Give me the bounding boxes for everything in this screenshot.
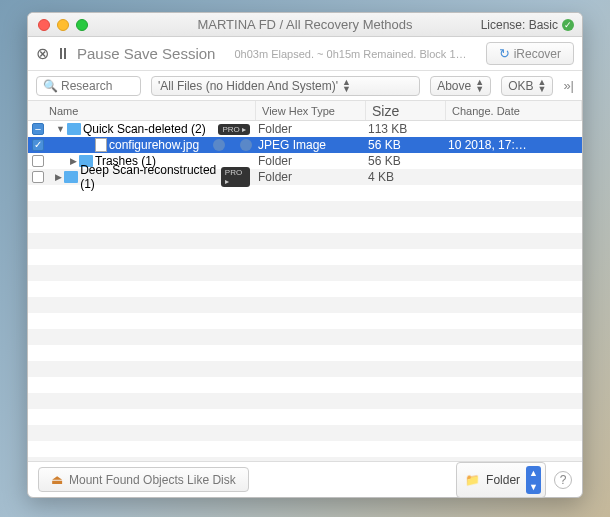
size-filter-combo[interactable]: OKB ▲▼: [501, 76, 553, 96]
license-label: License: Basic: [481, 18, 558, 32]
pro-badge: PRO ▸: [218, 124, 250, 135]
disclosure-icon[interactable]: ▶: [55, 172, 62, 182]
folder-label: Folder: [486, 473, 520, 487]
window-controls: [28, 19, 88, 31]
table-row: [28, 297, 582, 313]
recover-button[interactable]: ↻ iRecover: [486, 42, 574, 65]
table-row: [28, 329, 582, 345]
chevron-updown-icon: ▲▼: [475, 79, 484, 93]
table-row: [28, 281, 582, 297]
check-icon: ✓: [562, 19, 574, 31]
table-row: [28, 345, 582, 361]
close-icon[interactable]: [38, 19, 50, 31]
table-row: [28, 393, 582, 409]
table-row: [28, 409, 582, 425]
app-window: MARTINA FD / All Recovery Methods Licens…: [27, 12, 583, 498]
file-type: JPEG Image: [256, 138, 366, 152]
license-badge[interactable]: License: Basic ✓: [481, 18, 574, 32]
search-icon: 🔍: [43, 79, 58, 93]
pause-button[interactable]: ⏸: [55, 45, 71, 63]
file-name: configurehow.jpg: [109, 138, 199, 152]
row-checkbox[interactable]: ✓: [32, 139, 44, 151]
header-name[interactable]: Name: [28, 101, 256, 120]
session-label: Pause Save Session: [77, 45, 215, 62]
table-row: [28, 425, 582, 441]
table-row: [28, 249, 582, 265]
file-type: Folder: [256, 170, 366, 184]
titlebar: MARTINA FD / All Recovery Methods Licens…: [28, 13, 582, 37]
table-row: [28, 377, 582, 393]
file-filter-label: 'All Files (no Hidden And System)': [158, 79, 338, 93]
table-row: [28, 217, 582, 233]
zoom-icon[interactable]: [76, 19, 88, 31]
help-button[interactable]: ?: [554, 471, 572, 489]
more-button[interactable]: »|: [563, 78, 574, 93]
file-size: 4 KB: [366, 170, 446, 184]
search-field[interactable]: [61, 79, 131, 93]
session-toolbar: ⊗ ⏸ Pause Save Session 0h03m Elapsed. ~ …: [28, 37, 582, 71]
row-checkbox[interactable]: [32, 171, 44, 183]
mount-button[interactable]: ⏏ Mount Found Objects Like Disk: [38, 467, 249, 492]
table-row[interactable]: −▼Quick Scan-deleted (2)PRO ▸Folder113 K…: [28, 121, 582, 137]
table-row: [28, 361, 582, 377]
chevron-updown-icon: ▲▼: [342, 79, 351, 93]
mount-label: Mount Found Objects Like Disk: [69, 473, 236, 487]
folder-icon: [64, 171, 78, 183]
table-row: [28, 233, 582, 249]
stop-button[interactable]: ⊗: [36, 44, 49, 63]
file-tree[interactable]: −▼Quick Scan-deleted (2)PRO ▸Folder113 K…: [28, 121, 582, 461]
recover-label: iRecover: [514, 47, 561, 61]
column-headers: Name View Hex Type Size Change. Date: [28, 101, 582, 121]
search-input[interactable]: 🔍: [36, 76, 141, 96]
table-row[interactable]: ▶Deep Scan-reconstructed (1)PRO ▸Folder4…: [28, 169, 582, 185]
position-filter-label: Above: [437, 79, 471, 93]
footer-bar: ⏏ Mount Found Objects Like Disk 📁 Folder…: [28, 461, 582, 497]
header-date[interactable]: Change. Date: [446, 101, 582, 120]
view-mode-combo[interactable]: 📁 Folder ▲▼: [456, 462, 546, 498]
refresh-icon: ↻: [499, 46, 510, 61]
file-size: 56 KB: [366, 154, 446, 168]
header-size[interactable]: Size: [366, 101, 446, 120]
file-size: 56 KB: [366, 138, 446, 152]
file-icon: [95, 138, 107, 152]
mount-icon: ⏏: [51, 472, 63, 487]
table-row: [28, 201, 582, 217]
file-type: Folder: [256, 122, 366, 136]
file-name: Quick Scan-deleted (2): [83, 122, 206, 136]
folder-icon: 📁: [465, 473, 480, 487]
table-row[interactable]: ✓configurehow.jpgJPEG Image56 KB10 2018,…: [28, 137, 582, 153]
preview-icon[interactable]: [213, 139, 225, 151]
filter-bar: 🔍 'All Files (no Hidden And System)' ▲▼ …: [28, 71, 582, 101]
chevron-updown-icon: ▲▼: [537, 79, 546, 93]
size-filter-label: OKB: [508, 79, 533, 93]
row-checkbox[interactable]: −: [32, 123, 44, 135]
file-date: 10 2018, 17:…: [446, 138, 582, 152]
hex-icon[interactable]: [240, 139, 252, 151]
table-row: [28, 265, 582, 281]
chevron-updown-icon: ▲▼: [526, 466, 541, 494]
file-type: Folder: [256, 154, 366, 168]
file-filter-combo[interactable]: 'All Files (no Hidden And System)' ▲▼: [151, 76, 420, 96]
minimize-icon[interactable]: [57, 19, 69, 31]
folder-icon: [67, 123, 81, 135]
table-row: [28, 441, 582, 457]
disclosure-icon[interactable]: ▼: [56, 124, 65, 134]
position-filter-combo[interactable]: Above ▲▼: [430, 76, 491, 96]
file-name: Deep Scan-reconstructed (1): [80, 163, 219, 191]
table-row: [28, 313, 582, 329]
file-size: 113 KB: [366, 122, 446, 136]
pro-badge: PRO ▸: [221, 167, 250, 187]
session-status: 0h03m Elapsed. ~ 0h15m Remained. Block 1…: [221, 48, 479, 60]
header-type[interactable]: View Hex Type: [256, 101, 366, 120]
